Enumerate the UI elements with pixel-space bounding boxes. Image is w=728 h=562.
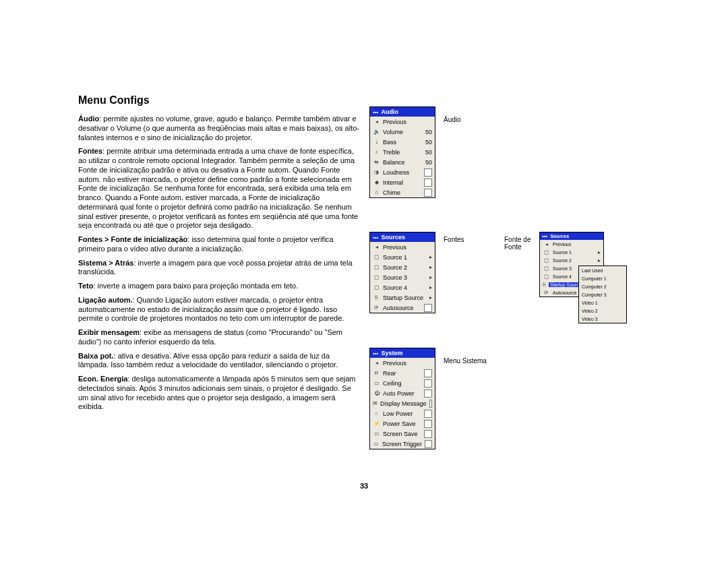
menu-row[interactable]: ♫Chime <box>370 187 435 197</box>
checkbox-icon[interactable] <box>424 189 432 197</box>
row-icon: ▢ <box>373 253 380 261</box>
row-icon: ⟳ <box>373 304 380 311</box>
row-value: 50 <box>420 129 432 135</box>
row-icon: ◆ <box>373 179 380 186</box>
row-label: Volume <box>383 129 417 135</box>
menu-row[interactable]: ▢Source 2▸ <box>540 256 603 264</box>
checkbox-icon[interactable] <box>429 400 432 408</box>
menu-row[interactable]: ▢Source 2▸ <box>370 262 435 272</box>
checkbox-icon[interactable] <box>425 440 432 448</box>
row-label: Source 4 <box>383 284 427 291</box>
row-label: Chime <box>383 189 421 196</box>
row-label: Previous <box>553 242 601 247</box>
page-title: Menu Configs <box>78 94 651 106</box>
row-icon: ♫ <box>373 189 380 196</box>
caption-audio: Áudio <box>444 116 461 123</box>
menu-row[interactable]: Video 1 <box>579 299 626 307</box>
arrow-icon: ▸ <box>429 254 432 260</box>
row-label: Source 1 <box>383 254 427 261</box>
menu-row[interactable]: ▢Source 3▸ <box>370 272 435 282</box>
menu-row[interactable]: ⚡Power Save <box>370 418 435 429</box>
dots-icon: ••• <box>373 350 378 356</box>
menu-row[interactable]: Last Used <box>579 266 626 274</box>
menu-row[interactable]: ▢Source 1▸ <box>370 252 435 262</box>
dots-icon: ••• <box>373 109 378 115</box>
checkbox-icon[interactable] <box>424 369 432 377</box>
dots-icon: ••• <box>373 235 378 241</box>
menu-row[interactable]: Computer 2 <box>579 282 626 290</box>
checkbox-icon[interactable] <box>424 389 432 398</box>
menu-row[interactable]: ◂Previous <box>370 117 435 127</box>
row-label: Screen Trigger <box>382 441 422 447</box>
menu-sources: •••Sources ◂Previous▢Source 1▸▢Source 2▸… <box>369 232 435 313</box>
checkbox-icon[interactable] <box>424 179 432 187</box>
arrow-icon: ▸ <box>429 264 432 270</box>
menu-row[interactable]: Video 3 <box>579 315 626 323</box>
menu-row[interactable]: ▢Source 1▸ <box>540 248 603 256</box>
menu-row[interactable]: ⇆Balance50 <box>370 157 435 167</box>
menu-row[interactable]: RRear <box>370 368 435 378</box>
row-label: Rear <box>383 370 421 377</box>
row-label: Bass <box>383 139 417 146</box>
menu-row[interactable]: 🔈Volume50 <box>370 127 435 137</box>
menu-row[interactable]: ⎘Startup Source▸ <box>370 292 435 303</box>
menu-audio-header: •••Audio <box>370 107 435 117</box>
row-icon: ⏻ <box>373 389 380 397</box>
row-label: Previous <box>383 119 432 125</box>
arrow-icon: ▸ <box>429 294 432 301</box>
checkbox-icon[interactable] <box>424 410 432 418</box>
menu-row[interactable]: ○Low Power <box>370 408 435 418</box>
row-label: Ceiling <box>383 380 421 387</box>
menu-row[interactable]: ♩Bass50 <box>370 137 435 147</box>
checkbox-icon[interactable] <box>424 379 432 387</box>
row-label: Computer 1 <box>582 276 624 281</box>
menu-row[interactable]: ✉Display Message <box>370 398 435 408</box>
menu-row[interactable]: ▭Ceiling <box>370 378 435 388</box>
menu-row[interactable]: ▢Source 4▸ <box>370 282 435 292</box>
menu-row[interactable]: Computer 3 <box>579 290 626 299</box>
row-label: Last Used <box>582 268 624 273</box>
checkbox-icon[interactable] <box>424 304 432 312</box>
menu-row[interactable]: Computer 1 <box>579 274 626 282</box>
menu-row[interactable]: Video 2 <box>579 307 626 315</box>
row-icon: ◂ <box>543 241 550 248</box>
menu-system-header: •••System <box>370 348 435 358</box>
row-label: Source 2 <box>553 258 595 263</box>
row-icon: ▭ <box>373 430 380 437</box>
menu-row[interactable]: ◑Loudness <box>370 167 435 177</box>
row-value: 50 <box>420 149 432 156</box>
menu-row[interactable]: ◂Previous <box>370 358 435 368</box>
para-exibir: Exibir mensagem: exibe as mensagens de s… <box>78 328 361 347</box>
checkbox-icon[interactable] <box>424 430 432 438</box>
menu-row[interactable]: ◆Internal <box>370 177 435 187</box>
menu-row[interactable]: ⏻Auto Power <box>370 388 435 398</box>
row-label: Video 1 <box>582 301 624 305</box>
row-icon: ✉ <box>373 400 377 407</box>
menu-system: •••System ◂PreviousRRear▭Ceiling⏻Auto Po… <box>369 348 435 449</box>
menu-row[interactable]: ◂Previous <box>540 240 603 248</box>
row-label: Balance <box>383 159 417 166</box>
menu-row[interactable]: ◂Previous <box>370 242 435 252</box>
row-value: 50 <box>420 139 432 146</box>
menu-row[interactable]: ⟳Autosource <box>370 303 435 313</box>
checkbox-icon[interactable] <box>424 420 432 428</box>
page-number: 33 <box>0 482 728 490</box>
menu-row[interactable]: ▭Screen Save <box>370 429 435 439</box>
row-value: 50 <box>420 159 432 166</box>
row-icon: ◂ <box>373 243 380 251</box>
para-baixa: Baixa pot.: ativa e desativa. Ative essa… <box>78 352 361 371</box>
row-icon: R <box>373 369 380 377</box>
row-icon: ▢ <box>373 284 380 291</box>
row-label: Startup Source <box>383 294 427 301</box>
row-icon: ▢ <box>543 257 550 264</box>
row-label: Power Save <box>383 420 421 427</box>
row-label: Display Message <box>380 400 427 407</box>
menu-audio: •••Audio ◂Previous🔈Volume50♩Bass50♪Trebl… <box>369 106 435 198</box>
menu-row[interactable]: ♪Treble50 <box>370 147 435 157</box>
row-label: Internal <box>383 179 421 186</box>
body-text: Áudio: permite ajustes no volume, grave,… <box>78 115 361 412</box>
checkbox-icon[interactable] <box>424 168 432 177</box>
row-icon: ⎘ <box>543 281 546 288</box>
para-teto: Teto: inverte a imagem para baixo para p… <box>78 282 361 291</box>
menu-row[interactable]: ▭Screen Trigger <box>370 439 435 449</box>
